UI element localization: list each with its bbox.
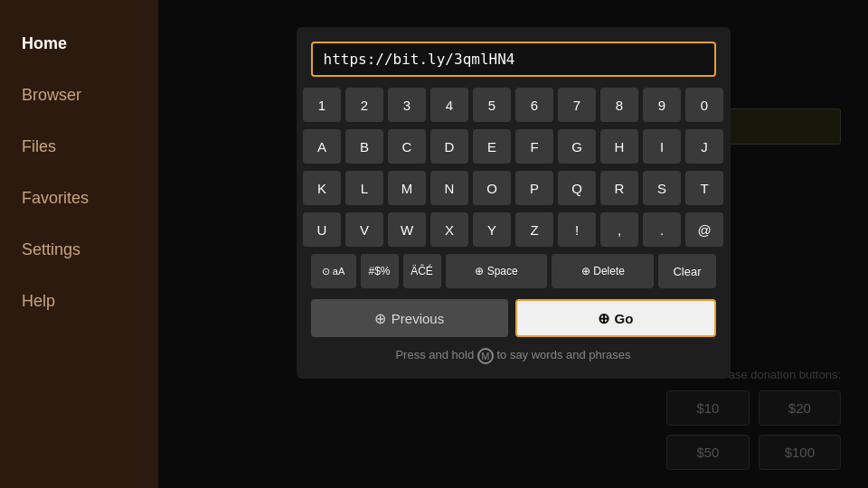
key-6[interactable]: 6 [515, 88, 553, 122]
microphone-icon: M [477, 348, 494, 364]
sidebar-item-home[interactable]: Home [0, 18, 158, 70]
row-u-at: U V W X Y Z ! , . @ [311, 212, 716, 247]
sidebar-label-help: Help [22, 292, 55, 310]
key-d[interactable]: D [430, 129, 468, 164]
sidebar: Home Browser Files Favorites Settings He… [0, 0, 158, 488]
key-1[interactable]: 1 [303, 88, 341, 122]
previous-button[interactable]: ⊕ Previous [311, 299, 508, 337]
key-symbols[interactable]: #$% [361, 254, 399, 288]
prev-icon: ⊕ [374, 310, 386, 327]
key-5[interactable]: 5 [473, 88, 511, 122]
key-u[interactable]: U [303, 212, 341, 247]
sidebar-label-browser: Browser [22, 86, 81, 104]
sidebar-item-help[interactable]: Help [0, 276, 158, 327]
key-exclaim[interactable]: ! [558, 212, 596, 247]
key-r[interactable]: R [600, 171, 638, 205]
key-2[interactable]: 2 [345, 88, 383, 122]
special-row: ⊙ aA #$% ÄĈÉ ⊕ Space ⊕ Delete Clear [311, 254, 716, 288]
key-j[interactable]: J [685, 129, 723, 164]
key-b[interactable]: B [345, 129, 383, 164]
go-icon: ⊕ [598, 310, 609, 327]
key-k[interactable]: K [303, 171, 341, 205]
row-kt: K L M N O P Q R S T [311, 171, 716, 205]
keyboard-dialog: https://bit.ly/3qmlHN4 1 2 3 4 5 6 7 8 9… [297, 27, 731, 379]
key-3[interactable]: 3 [388, 88, 426, 122]
go-label: Go [615, 311, 634, 326]
prev-label: Previous [392, 311, 444, 326]
sidebar-label-favorites: Favorites [22, 189, 89, 207]
sidebar-item-favorites[interactable]: Favorites [0, 173, 158, 224]
key-case-toggle[interactable]: ⊙ aA [311, 254, 356, 288]
key-t[interactable]: T [685, 171, 723, 205]
key-o[interactable]: O [473, 171, 511, 205]
key-m[interactable]: M [388, 171, 426, 205]
sidebar-label-home: Home [22, 34, 67, 52]
voice-hint-text1: Press and hold [395, 348, 474, 361]
key-q[interactable]: Q [558, 171, 596, 205]
key-delete[interactable]: ⊕ Delete [552, 254, 654, 288]
nav-row: ⊕ Previous ⊕ Go [311, 299, 716, 337]
key-e[interactable]: E [473, 129, 511, 164]
key-s[interactable]: S [643, 171, 681, 205]
sidebar-item-files[interactable]: Files [0, 121, 158, 173]
sidebar-label-files: Files [22, 137, 56, 155]
key-x[interactable]: X [430, 212, 468, 247]
key-8[interactable]: 8 [600, 88, 638, 122]
key-v[interactable]: V [345, 212, 383, 247]
key-a[interactable]: A [303, 129, 341, 164]
number-row: 1 2 3 4 5 6 7 8 9 0 [311, 88, 716, 122]
sidebar-item-browser[interactable]: Browser [0, 70, 158, 121]
key-i[interactable]: I [643, 129, 681, 164]
key-accents[interactable]: ÄĈÉ [403, 254, 441, 288]
go-button[interactable]: ⊕ Go [515, 299, 716, 337]
key-f[interactable]: F [515, 129, 553, 164]
key-7[interactable]: 7 [558, 88, 596, 122]
key-0[interactable]: 0 [685, 88, 723, 122]
voice-hint-text2: to say words and phrases [496, 348, 630, 361]
url-input-value: https://bit.ly/3qmlHN4 [324, 51, 515, 68]
key-comma[interactable]: , [600, 212, 638, 247]
key-h[interactable]: H [600, 129, 638, 164]
url-input-wrapper[interactable]: https://bit.ly/3qmlHN4 [311, 42, 716, 77]
row-aj: A B C D E F G H I J [311, 129, 716, 164]
key-z[interactable]: Z [515, 212, 553, 247]
key-p[interactable]: P [515, 171, 553, 205]
key-g[interactable]: G [558, 129, 596, 164]
key-clear[interactable]: Clear [658, 254, 715, 288]
key-y[interactable]: Y [473, 212, 511, 247]
key-at[interactable]: @ [685, 212, 723, 247]
key-9[interactable]: 9 [643, 88, 681, 122]
key-w[interactable]: W [388, 212, 426, 247]
key-space[interactable]: ⊕ Space [446, 254, 548, 288]
sidebar-label-settings: Settings [22, 240, 80, 258]
key-c[interactable]: C [388, 129, 426, 164]
dialog-overlay: https://bit.ly/3qmlHN4 1 2 3 4 5 6 7 8 9… [158, 0, 868, 488]
key-l[interactable]: L [345, 171, 383, 205]
key-4[interactable]: 4 [430, 88, 468, 122]
sidebar-item-settings[interactable]: Settings [0, 224, 158, 276]
voice-hint: Press and hold M to say words and phrase… [311, 348, 716, 364]
main-content: ase donation buttons: $10 $20 $50 $100 h… [158, 0, 868, 488]
key-period[interactable]: . [643, 212, 681, 247]
key-n[interactable]: N [430, 171, 468, 205]
